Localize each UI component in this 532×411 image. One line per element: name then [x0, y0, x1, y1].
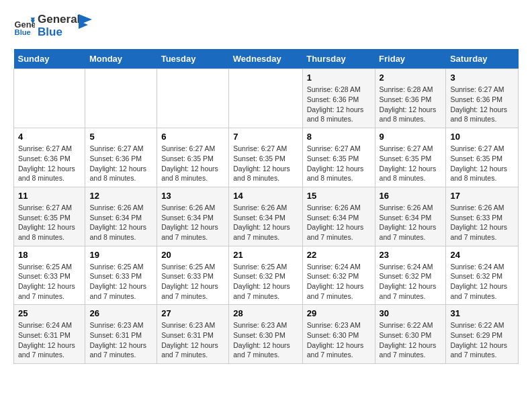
day-info: Sunrise: 6:26 AM Sunset: 6:34 PM Dayligh… [307, 203, 371, 242]
day-number: 31 [450, 308, 514, 318]
day-info: Sunrise: 6:27 AM Sunset: 6:35 PM Dayligh… [450, 144, 514, 183]
day-cell: 2Sunrise: 6:28 AM Sunset: 6:36 PM Daylig… [375, 69, 446, 128]
day-info: Sunrise: 6:23 AM Sunset: 6:31 PM Dayligh… [89, 320, 152, 360]
day-cell: 17Sunrise: 6:26 AM Sunset: 6:33 PM Dayli… [446, 187, 519, 246]
header-monday: Monday [85, 49, 157, 69]
day-cell: 11Sunrise: 6:27 AM Sunset: 6:35 PM Dayli… [14, 187, 85, 246]
day-info: Sunrise: 6:25 AM Sunset: 6:33 PM Dayligh… [161, 262, 224, 302]
svg-text:Blue: Blue [15, 28, 31, 36]
logo-icon: General Blue [13, 15, 35, 37]
week-row-5: 25Sunrise: 6:24 AM Sunset: 6:31 PM Dayli… [14, 305, 519, 364]
day-cell: 12Sunrise: 6:26 AM Sunset: 6:34 PM Dayli… [85, 187, 157, 246]
day-cell: 27Sunrise: 6:23 AM Sunset: 6:31 PM Dayli… [157, 305, 229, 364]
day-info: Sunrise: 6:24 AM Sunset: 6:32 PM Dayligh… [380, 262, 442, 302]
day-cell: 5Sunrise: 6:27 AM Sunset: 6:36 PM Daylig… [85, 128, 157, 187]
day-number: 24 [450, 250, 514, 260]
day-info: Sunrise: 6:27 AM Sunset: 6:35 PM Dayligh… [18, 203, 81, 242]
page-header: General Blue General Blue [13, 13, 519, 38]
day-number: 11 [18, 191, 81, 201]
day-number: 19 [89, 250, 152, 260]
day-cell: 7Sunrise: 6:27 AM Sunset: 6:35 PM Daylig… [229, 128, 302, 187]
day-number: 26 [89, 308, 152, 318]
day-cell: 21Sunrise: 6:25 AM Sunset: 6:32 PM Dayli… [229, 246, 302, 305]
day-info: Sunrise: 6:26 AM Sunset: 6:33 PM Dayligh… [450, 203, 514, 242]
header-saturday: Saturday [446, 49, 519, 69]
day-number: 18 [18, 250, 81, 260]
day-number: 8 [307, 132, 371, 142]
day-cell [157, 69, 229, 128]
day-number: 13 [161, 191, 224, 201]
day-number: 5 [89, 132, 152, 142]
day-number: 9 [380, 132, 442, 142]
calendar-table: SundayMondayTuesdayWednesdayThursdayFrid… [13, 49, 519, 364]
logo: General Blue General Blue [13, 13, 92, 38]
day-info: Sunrise: 6:26 AM Sunset: 6:34 PM Dayligh… [233, 203, 298, 242]
day-info: Sunrise: 6:25 AM Sunset: 6:32 PM Dayligh… [233, 262, 298, 302]
logo-general: General [38, 13, 80, 26]
header-friday: Friday [375, 49, 446, 69]
day-cell: 13Sunrise: 6:26 AM Sunset: 6:34 PM Dayli… [157, 187, 229, 246]
day-number: 29 [307, 308, 371, 318]
day-number: 30 [380, 308, 442, 318]
day-cell: 29Sunrise: 6:23 AM Sunset: 6:30 PM Dayli… [302, 305, 375, 364]
day-cell: 26Sunrise: 6:23 AM Sunset: 6:31 PM Dayli… [85, 305, 157, 364]
day-cell: 15Sunrise: 6:26 AM Sunset: 6:34 PM Dayli… [302, 187, 375, 246]
day-cell [14, 69, 85, 128]
day-number: 3 [450, 73, 514, 83]
day-cell: 18Sunrise: 6:25 AM Sunset: 6:33 PM Dayli… [14, 246, 85, 305]
day-number: 17 [450, 191, 514, 201]
day-number: 16 [380, 191, 442, 201]
day-number: 4 [18, 132, 81, 142]
day-cell: 8Sunrise: 6:27 AM Sunset: 6:35 PM Daylig… [302, 128, 375, 187]
day-cell: 16Sunrise: 6:26 AM Sunset: 6:34 PM Dayli… [375, 187, 446, 246]
day-info: Sunrise: 6:26 AM Sunset: 6:34 PM Dayligh… [89, 203, 152, 242]
day-info: Sunrise: 6:26 AM Sunset: 6:34 PM Dayligh… [380, 203, 442, 242]
logo-blue: Blue [38, 26, 80, 39]
header-wednesday: Wednesday [229, 49, 302, 69]
day-cell: 14Sunrise: 6:26 AM Sunset: 6:34 PM Dayli… [229, 187, 302, 246]
day-cell: 30Sunrise: 6:22 AM Sunset: 6:30 PM Dayli… [375, 305, 446, 364]
logo-flag-icon [79, 14, 92, 33]
day-cell: 1Sunrise: 6:28 AM Sunset: 6:36 PM Daylig… [302, 69, 375, 128]
day-info: Sunrise: 6:25 AM Sunset: 6:33 PM Dayligh… [18, 262, 81, 302]
day-info: Sunrise: 6:24 AM Sunset: 6:32 PM Dayligh… [450, 262, 514, 302]
day-cell: 23Sunrise: 6:24 AM Sunset: 6:32 PM Dayli… [375, 246, 446, 305]
day-number: 10 [450, 132, 514, 142]
day-cell: 3Sunrise: 6:27 AM Sunset: 6:36 PM Daylig… [446, 69, 519, 128]
header-tuesday: Tuesday [157, 49, 229, 69]
day-cell: 24Sunrise: 6:24 AM Sunset: 6:32 PM Dayli… [446, 246, 519, 305]
day-cell: 31Sunrise: 6:22 AM Sunset: 6:29 PM Dayli… [446, 305, 519, 364]
day-info: Sunrise: 6:22 AM Sunset: 6:30 PM Dayligh… [380, 320, 442, 360]
day-info: Sunrise: 6:27 AM Sunset: 6:35 PM Dayligh… [161, 144, 224, 183]
day-info: Sunrise: 6:22 AM Sunset: 6:29 PM Dayligh… [450, 320, 514, 360]
day-cell: 20Sunrise: 6:25 AM Sunset: 6:33 PM Dayli… [157, 246, 229, 305]
calendar-header-row: SundayMondayTuesdayWednesdayThursdayFrid… [14, 49, 519, 69]
day-cell: 10Sunrise: 6:27 AM Sunset: 6:35 PM Dayli… [446, 128, 519, 187]
day-info: Sunrise: 6:23 AM Sunset: 6:30 PM Dayligh… [307, 320, 371, 360]
day-info: Sunrise: 6:25 AM Sunset: 6:33 PM Dayligh… [89, 262, 152, 302]
day-cell: 25Sunrise: 6:24 AM Sunset: 6:31 PM Dayli… [14, 305, 85, 364]
day-number: 14 [233, 191, 298, 201]
day-info: Sunrise: 6:27 AM Sunset: 6:36 PM Dayligh… [18, 144, 81, 183]
week-row-4: 18Sunrise: 6:25 AM Sunset: 6:33 PM Dayli… [14, 246, 519, 305]
day-cell: 19Sunrise: 6:25 AM Sunset: 6:33 PM Dayli… [85, 246, 157, 305]
day-cell: 28Sunrise: 6:23 AM Sunset: 6:30 PM Dayli… [229, 305, 302, 364]
week-row-2: 4Sunrise: 6:27 AM Sunset: 6:36 PM Daylig… [14, 128, 519, 187]
day-number: 20 [161, 250, 224, 260]
day-number: 2 [380, 73, 442, 83]
day-info: Sunrise: 6:27 AM Sunset: 6:35 PM Dayligh… [233, 144, 298, 183]
day-info: Sunrise: 6:24 AM Sunset: 6:32 PM Dayligh… [307, 262, 371, 302]
day-info: Sunrise: 6:24 AM Sunset: 6:31 PM Dayligh… [18, 320, 81, 360]
day-number: 21 [233, 250, 298, 260]
day-cell [229, 69, 302, 128]
day-number: 1 [307, 73, 371, 83]
day-number: 15 [307, 191, 371, 201]
day-info: Sunrise: 6:27 AM Sunset: 6:36 PM Dayligh… [89, 144, 152, 183]
day-number: 6 [161, 132, 224, 142]
day-number: 28 [233, 308, 298, 318]
day-cell: 9Sunrise: 6:27 AM Sunset: 6:35 PM Daylig… [375, 128, 446, 187]
day-info: Sunrise: 6:28 AM Sunset: 6:36 PM Dayligh… [307, 85, 371, 124]
day-info: Sunrise: 6:28 AM Sunset: 6:36 PM Dayligh… [380, 85, 442, 124]
day-cell: 6Sunrise: 6:27 AM Sunset: 6:35 PM Daylig… [157, 128, 229, 187]
day-info: Sunrise: 6:27 AM Sunset: 6:36 PM Dayligh… [450, 85, 514, 124]
